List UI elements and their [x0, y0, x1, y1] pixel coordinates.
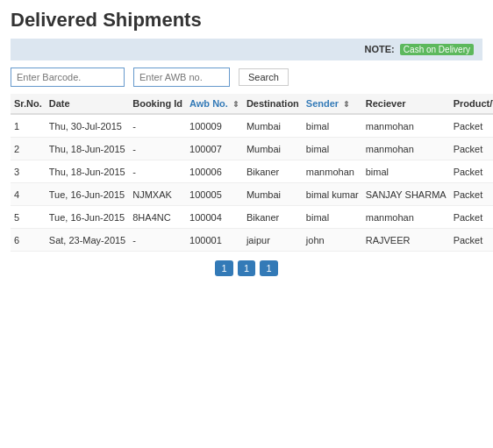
cell-awb: 100005 — [186, 183, 243, 206]
cell-product-type: Packet — [450, 138, 493, 160]
cell-booking-id: - — [129, 229, 186, 252]
awb-sort-icon: ⇕ — [232, 100, 239, 109]
table-header-row: Sr.No. Date Booking Id Awb No. ⇕ Destina… — [11, 94, 493, 114]
cell-product-type: Packet — [450, 229, 493, 252]
cell-booking-id: - — [129, 138, 186, 160]
cell-awb: 100006 — [186, 160, 243, 183]
cell-destination: Bikaner — [243, 160, 303, 183]
table-row: 3Thu, 18-Jun-2015-100006Bikanermanmohanb… — [11, 160, 493, 183]
col-awb[interactable]: Awb No. ⇕ — [186, 94, 243, 114]
cell-sender: john — [303, 229, 362, 252]
cell-date: Tue, 16-Jun-2015 — [46, 206, 129, 229]
cell-sr: 1 — [11, 114, 46, 138]
cell-booking-id: - — [129, 160, 186, 183]
table-row: 6Sat, 23-May-2015-100001jaipurjohnRAJVEE… — [11, 229, 493, 252]
col-srno: Sr.No. — [11, 94, 46, 114]
search-bar: Search — [11, 68, 482, 87]
cell-date: Tue, 16-Jun-2015 — [46, 183, 129, 206]
awb-input[interactable] — [133, 68, 230, 87]
cell-date: Thu, 18-Jun-2015 — [46, 138, 129, 160]
cell-receiver: bimal — [362, 160, 450, 183]
col-destination: Destination — [243, 94, 303, 114]
sender-sort-icon: ⇕ — [343, 100, 350, 109]
cell-receiver: manmohan — [362, 114, 450, 138]
cell-product-type: Packet — [450, 114, 493, 138]
top-bar: NOTE: Cash on Delivery — [11, 39, 482, 60]
table-row: 1Thu, 30-Jul-2015-100009Mumbaibimalmanmo… — [11, 114, 493, 138]
cell-sender: bimal kumar — [303, 183, 362, 206]
table-row: 5Tue, 16-Jun-20158HA4NC100004Bikanerbima… — [11, 206, 493, 229]
cell-booking-id: NJMXAK — [129, 183, 186, 206]
cell-destination: Mumbai — [243, 138, 303, 160]
search-button[interactable]: Search — [239, 68, 289, 86]
cell-booking-id: - — [129, 114, 186, 138]
col-product-type: Product/Type — [450, 94, 493, 114]
cell-awb: 100009 — [186, 114, 243, 138]
cell-sr: 4 — [11, 183, 46, 206]
cell-awb: 100001 — [186, 229, 243, 252]
cell-receiver: manmohan — [362, 206, 450, 229]
cell-sr: 6 — [11, 229, 46, 252]
cell-receiver: manmohan — [362, 138, 450, 160]
cell-product-type: Packet — [450, 206, 493, 229]
cell-destination: jaipur — [243, 229, 303, 252]
col-booking-id: Booking Id — [129, 94, 186, 114]
cell-product-type: Packet — [450, 160, 493, 183]
table-row: 4Tue, 16-Jun-2015NJMXAK100005Mumbaibimal… — [11, 183, 493, 206]
cell-booking-id: 8HA4NC — [129, 206, 186, 229]
pagination: 1 1 1 — [11, 260, 482, 276]
cell-receiver: SANJAY SHARMA — [362, 183, 450, 206]
cell-product-type: Packet — [450, 183, 493, 206]
page-btn-2[interactable]: 1 — [238, 260, 255, 276]
cell-sender: manmohan — [303, 160, 362, 183]
table-row: 2Thu, 18-Jun-2015-100007Mumbaibimalmanmo… — [11, 138, 493, 160]
cell-date: Thu, 30-Jul-2015 — [46, 114, 129, 138]
cell-sender: bimal — [303, 114, 362, 138]
cell-sr: 3 — [11, 160, 46, 183]
cell-destination: Mumbai — [243, 183, 303, 206]
col-date: Date — [46, 94, 129, 114]
cell-sender: bimal — [303, 138, 362, 160]
page-title: Delivered Shipments — [11, 9, 482, 32]
cod-badge: Cash on Delivery — [400, 44, 474, 55]
col-sender[interactable]: Sender ⇕ — [303, 94, 362, 114]
page-wrapper: Delivered Shipments NOTE: Cash on Delive… — [0, 0, 493, 448]
cell-date: Thu, 18-Jun-2015 — [46, 160, 129, 183]
cell-receiver: RAJVEER — [362, 229, 450, 252]
cell-awb: 100004 — [186, 206, 243, 229]
note-label: NOTE: — [365, 44, 395, 54]
page-btn-1[interactable]: 1 — [215, 260, 232, 276]
cell-sender: bimal — [303, 206, 362, 229]
cell-destination: Mumbai — [243, 114, 303, 138]
cell-sr: 5 — [11, 206, 46, 229]
shipments-table: Sr.No. Date Booking Id Awb No. ⇕ Destina… — [11, 94, 493, 252]
page-btn-3[interactable]: 1 — [260, 260, 277, 276]
cell-sr: 2 — [11, 138, 46, 160]
cell-date: Sat, 23-May-2015 — [46, 229, 129, 252]
cell-destination: Bikaner — [243, 206, 303, 229]
barcode-input[interactable] — [11, 68, 125, 87]
cell-awb: 100007 — [186, 138, 243, 160]
col-receiver: Reciever — [362, 94, 450, 114]
